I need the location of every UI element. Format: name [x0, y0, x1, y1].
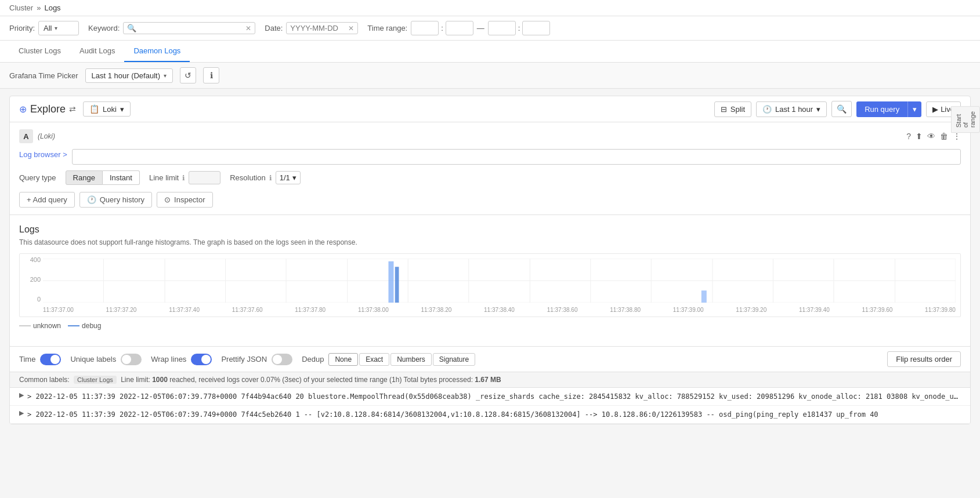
time-end-min[interactable]: 59	[522, 21, 550, 35]
query-loki-label: (Loki)	[38, 132, 55, 140]
query-panel: A (Loki) ? ⬆ 👁 🗑 ⋮ Log browser > {filena…	[10, 122, 970, 215]
time-start-min[interactable]: 00	[446, 21, 473, 35]
svg-rect-19	[395, 267, 399, 303]
legend-debug: debug	[68, 322, 101, 330]
log-query-input[interactable]: {filename=~"/var/log/ceph/ceph-mgr.magna…	[72, 149, 961, 165]
log-browser-label[interactable]: Log browser >	[19, 150, 67, 159]
breadcrumb-cluster[interactable]: Cluster	[9, 3, 33, 12]
line-limit-input[interactable]: auto	[189, 171, 220, 184]
wrap-lines-slider	[191, 354, 212, 365]
dedup-label: Dedup	[302, 355, 324, 363]
query-help-icon[interactable]: ?	[906, 132, 911, 141]
grafana-refresh-button[interactable]: ↺	[180, 67, 196, 83]
date-clear-icon[interactable]: ✕	[348, 24, 354, 32]
date-filter: Date: ✕	[265, 22, 358, 34]
breadcrumb-current: Logs	[44, 3, 60, 12]
last-hour-button[interactable]: 🕐 Last 1 hour ▾	[756, 101, 827, 117]
date-input-wrap: ✕	[286, 22, 358, 34]
log-expand-icon-1[interactable]: ▶	[19, 391, 24, 399]
line-limit-info-icon[interactable]: ℹ	[182, 174, 185, 182]
prettify-json-toggle[interactable]	[272, 354, 292, 365]
cluster-logs-tag: Cluster Logs	[74, 376, 117, 384]
x-label-1: 11:37:37.20	[106, 307, 137, 313]
line-limit-text: Line limit:	[121, 376, 150, 384]
legend-debug-color	[68, 325, 79, 326]
split-button[interactable]: ⊟ Split	[714, 101, 751, 117]
inspector-button[interactable]: ⊙ Inspector	[157, 192, 212, 208]
keyword-input[interactable]	[139, 24, 243, 32]
add-query-label: + Add query	[27, 195, 67, 204]
chart-svg	[43, 259, 956, 303]
priority-value: All	[44, 24, 52, 32]
time-toggle-label: Time	[19, 355, 35, 363]
explore-share-icon[interactable]: ⇄	[69, 104, 76, 114]
log-expand-icon-2[interactable]: ▶	[19, 409, 24, 417]
resolution-select[interactable]: 1/1 ▾	[276, 171, 301, 184]
priority-arrow-icon: ▾	[55, 25, 57, 31]
zoom-button[interactable]: 🔍	[831, 101, 852, 117]
query-letter[interactable]: A	[19, 129, 33, 143]
resolution-info-icon[interactable]: ℹ	[269, 174, 272, 182]
svg-rect-20	[701, 290, 707, 303]
log-entry[interactable]: ▶ > 2022-12-05 11:37:39 2022-12-05T06:07…	[10, 388, 970, 406]
dedup-numbers-button[interactable]: Numbers	[390, 353, 432, 366]
query-upload-icon[interactable]: ⬆	[916, 132, 923, 141]
grafana-info-button[interactable]: ℹ	[203, 67, 219, 83]
chart-legend: unknown debug	[19, 322, 961, 330]
time-range-label: Time range:	[367, 24, 407, 32]
chart-x-axis: 11:37:37.00 11:37:37.20 11:37:37.40 11:3…	[43, 303, 956, 317]
wrap-lines-label: Wrap lines	[151, 355, 186, 363]
tab-audit-logs[interactable]: Audit Logs	[70, 41, 124, 62]
query-type-instant[interactable]: Instant	[103, 170, 140, 185]
line-limit-group: Line limit ℹ auto	[149, 171, 220, 184]
log-entry[interactable]: ▶ > 2022-12-05 11:37:39 2022-12-05T06:07…	[10, 406, 970, 424]
date-input[interactable]	[290, 24, 348, 32]
chart-y-axis: 400 200 0	[20, 254, 43, 303]
run-query-arrow-icon[interactable]: ▾	[907, 101, 921, 117]
resolution-arrow-icon: ▾	[292, 173, 296, 182]
log-browser-row: Log browser > {filename=~"/var/log/ceph/…	[19, 149, 961, 165]
priority-filter: Priority: All ▾	[9, 21, 79, 35]
split-icon: ⊟	[721, 105, 727, 114]
dedup-signature-button[interactable]: Signature	[433, 353, 475, 366]
start-of-range-button[interactable]: Start of range	[951, 106, 980, 133]
query-eye-icon[interactable]: 👁	[927, 132, 935, 141]
log-entries: ▶ > 2022-12-05 11:37:39 2022-12-05T06:07…	[10, 388, 970, 424]
dedup-exact-button[interactable]: Exact	[359, 353, 389, 366]
grafana-bar: Grafana Time Picker Last 1 hour (Default…	[0, 63, 980, 89]
flip-results-button[interactable]: Flip results order	[887, 351, 961, 367]
wrap-lines-toggle[interactable]	[191, 354, 212, 365]
tab-cluster-logs[interactable]: Cluster Logs	[9, 41, 70, 62]
query-more-icon[interactable]: ⋮	[953, 132, 961, 141]
last-hour-arrow-icon: ▾	[816, 105, 820, 114]
dedup-none-button[interactable]: None	[328, 353, 358, 366]
x-label-0: 11:37:37.00	[43, 307, 74, 313]
time-end-hour[interactable]: 23	[488, 21, 516, 35]
explore-container: ⊕ Explore ⇄ 📋 Loki ▾ ⊟ Split 🕐 Last 1 ho…	[9, 96, 971, 424]
add-query-button[interactable]: + Add query	[19, 192, 75, 208]
x-label-2: 11:37:37.40	[169, 307, 200, 313]
grafana-time-picker[interactable]: Last 1 hour (Default) ▾	[85, 68, 173, 83]
prettify-json-label: Prettify JSON	[221, 355, 267, 363]
x-label-3: 11:37:37.60	[232, 307, 263, 313]
datasource-select[interactable]: 📋 Loki ▾	[83, 101, 131, 117]
log-text-1: > 2022-12-05 11:37:39 2022-12-05T06:07:3…	[27, 391, 961, 402]
time-start-hour[interactable]: 00	[411, 21, 439, 35]
x-label-11: 11:37:39.20	[736, 307, 766, 313]
refresh-icon: ↺	[185, 71, 191, 80]
query-type-range[interactable]: Range	[66, 170, 103, 185]
time-toggle-slider	[40, 354, 61, 365]
unique-labels-toggle[interactable]	[121, 354, 142, 365]
log-text-2: > 2022-12-05 11:37:39 2022-12-05T06:07:3…	[27, 409, 961, 420]
query-panel-icons: ? ⬆ 👁 🗑 ⋮	[906, 132, 961, 141]
time-toggle[interactable]	[40, 354, 61, 365]
tab-daemon-logs[interactable]: Daemon Logs	[124, 41, 190, 62]
query-history-button[interactable]: 🕐 Query history	[79, 192, 152, 208]
x-label-4: 11:37:37.80	[295, 307, 326, 313]
priority-select[interactable]: All ▾	[38, 21, 79, 35]
run-query-button[interactable]: Run query ▾	[856, 101, 921, 117]
prettify-json-group: Prettify JSON	[221, 354, 292, 365]
keyword-clear-icon[interactable]: ✕	[245, 24, 251, 32]
query-delete-icon[interactable]: 🗑	[940, 132, 948, 141]
legend-unknown: unknown	[19, 322, 61, 330]
